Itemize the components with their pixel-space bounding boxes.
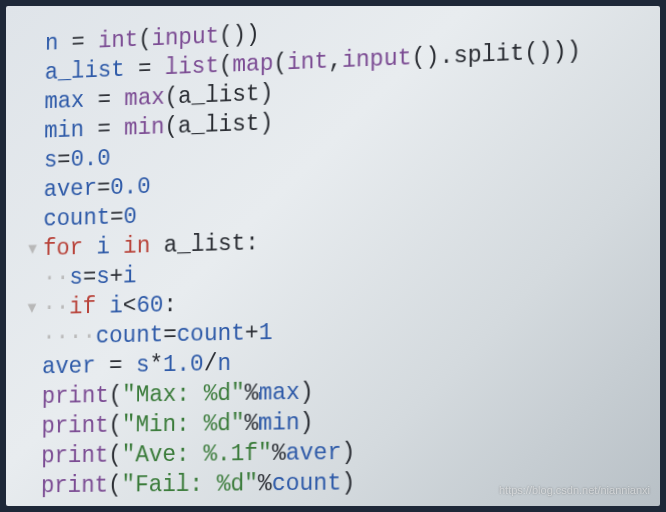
watermark: https://blog.csdn.net/niannianxi (499, 484, 650, 496)
photo-frame: n = int(input()) a_list = list(map(int,i… (6, 6, 660, 506)
code-block: n = int(input()) a_list = list(map(int,i… (10, 6, 660, 501)
code-screen: n = int(input()) a_list = list(map(int,i… (10, 6, 660, 506)
